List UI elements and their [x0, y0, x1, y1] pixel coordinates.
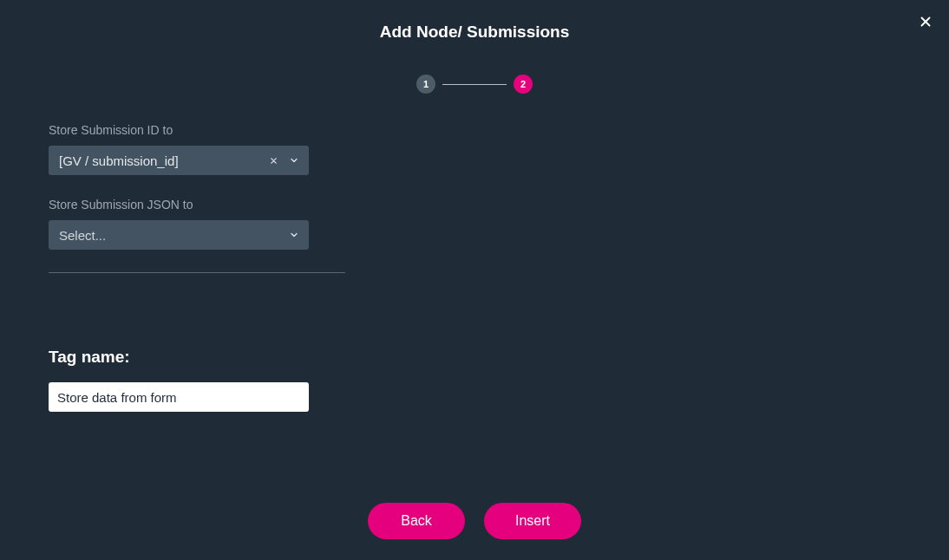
tag-name-input[interactable] [49, 382, 309, 412]
close-icon [918, 14, 933, 29]
submission-id-chevron [288, 155, 300, 166]
step-1[interactable]: 1 [416, 75, 435, 94]
submission-json-chevron [288, 230, 300, 240]
close-button[interactable] [916, 12, 935, 31]
footer: Back Insert [0, 503, 949, 539]
insert-button[interactable]: Insert [484, 503, 581, 539]
submission-json-select[interactable]: Select... [49, 220, 309, 250]
tag-section: Tag name: [0, 348, 949, 412]
section-divider [49, 272, 345, 273]
chevron-down-icon [289, 230, 299, 240]
submission-id-clear[interactable] [265, 156, 281, 166]
chevron-down-icon [289, 155, 299, 166]
submission-json-placeholder: Select... [59, 228, 288, 243]
modal-title: Add Node/ Submissions [0, 0, 949, 42]
step-2[interactable]: 2 [514, 75, 533, 94]
submission-id-label: Store Submission ID to [49, 123, 350, 137]
back-button[interactable]: Back [368, 503, 465, 539]
submission-id-value: [GV / submission_id] [59, 153, 265, 168]
submission-json-label: Store Submission JSON to [49, 198, 350, 212]
stepper: 1 2 [0, 75, 949, 94]
submission-id-select[interactable]: [GV / submission_id] [49, 146, 309, 175]
clear-icon [269, 156, 278, 166]
step-connector [442, 84, 507, 85]
step-1-label: 1 [423, 79, 429, 89]
form-area: Store Submission ID to [GV / submission_… [0, 94, 399, 273]
step-2-label: 2 [520, 79, 526, 89]
tag-heading: Tag name: [49, 348, 900, 367]
